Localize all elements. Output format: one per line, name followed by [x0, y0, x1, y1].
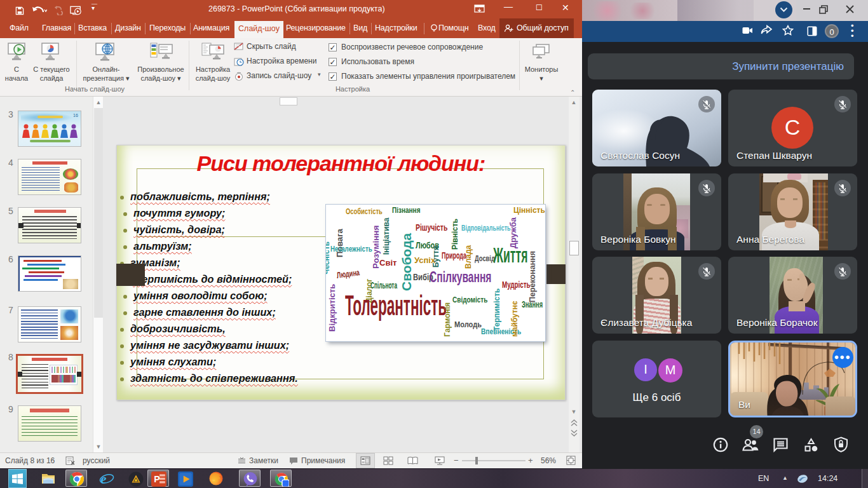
svg-text:P: P [154, 474, 159, 484]
svg-text:e: e [100, 472, 106, 486]
